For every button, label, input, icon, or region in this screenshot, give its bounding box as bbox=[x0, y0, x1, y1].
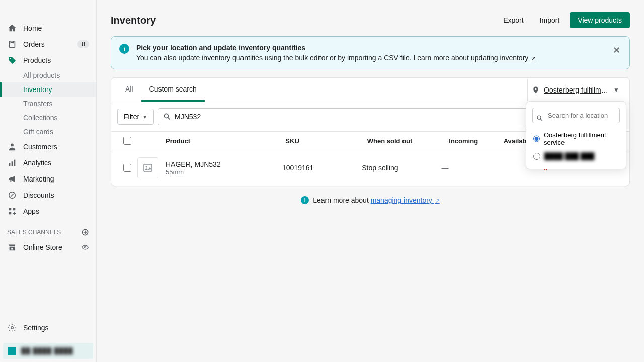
location-selector[interactable]: Oosterberg fulfillment … ▼ bbox=[527, 79, 623, 101]
location-search-input[interactable] bbox=[532, 108, 620, 123]
location-radio[interactable] bbox=[533, 153, 540, 160]
tab-custom-search[interactable]: Custom search bbox=[141, 78, 205, 102]
location-option-2[interactable]: ████ ███ ███ bbox=[532, 149, 620, 163]
inventory-card: All Custom search Oosterberg fulfillment… bbox=[111, 77, 630, 186]
nav-orders[interactable]: Orders 8 bbox=[0, 36, 96, 52]
col-sold-out[interactable]: When sold out bbox=[367, 137, 449, 145]
location-text: Oosterberg fulfillment … bbox=[544, 86, 609, 94]
nav-label: Analytics bbox=[23, 159, 51, 167]
apps-icon bbox=[7, 206, 17, 216]
orders-badge: 8 bbox=[77, 40, 89, 48]
banner-link[interactable]: updating inventory ↗ bbox=[471, 54, 536, 62]
location-radio[interactable] bbox=[533, 135, 540, 142]
select-all-checkbox[interactable] bbox=[123, 137, 131, 145]
nav-home[interactable]: Home bbox=[0, 20, 96, 36]
info-icon: i bbox=[119, 44, 129, 54]
image-placeholder-icon bbox=[137, 157, 158, 178]
add-channel-icon[interactable] bbox=[81, 228, 89, 236]
location-option-1[interactable]: Oosterberg fulfillment service bbox=[532, 128, 620, 149]
close-icon[interactable]: ✕ bbox=[612, 44, 621, 57]
nav-label: Customers bbox=[23, 143, 57, 151]
pin-icon bbox=[532, 86, 540, 94]
nav-customers[interactable]: Customers bbox=[0, 139, 96, 155]
nav-label: Apps bbox=[23, 207, 39, 215]
tab-all[interactable]: All bbox=[117, 78, 141, 102]
col-incoming[interactable]: Incoming bbox=[449, 137, 503, 145]
svg-point-11 bbox=[11, 327, 14, 329]
svg-rect-14 bbox=[144, 164, 152, 171]
banner-body: Pick your location and update inventory … bbox=[136, 44, 612, 62]
nav-primary: Home Orders 8 Products All products Inve… bbox=[0, 16, 96, 223]
subnav-gift-cards[interactable]: Gift cards bbox=[0, 125, 96, 139]
svg-rect-8 bbox=[9, 212, 12, 215]
nav-label: Orders bbox=[23, 40, 45, 48]
sold-out-cell: Stop selling bbox=[362, 164, 441, 172]
tabs-row: All Custom search Oosterberg fulfillment… bbox=[111, 78, 629, 102]
banner-title: Pick your location and update inventory … bbox=[136, 44, 612, 52]
col-sku[interactable]: SKU bbox=[285, 137, 367, 145]
export-button[interactable]: Export bbox=[497, 12, 529, 28]
nav-discounts[interactable]: Discounts bbox=[0, 187, 96, 203]
svg-rect-6 bbox=[9, 208, 12, 211]
svg-point-10 bbox=[84, 246, 86, 248]
svg-point-12 bbox=[537, 116, 541, 119]
nav-label: Settings bbox=[23, 324, 49, 332]
nav-settings[interactable]: Settings bbox=[0, 320, 96, 336]
svg-rect-4 bbox=[14, 160, 16, 166]
row-checkbox[interactable] bbox=[123, 164, 131, 172]
nav-label: Marketing bbox=[23, 175, 54, 183]
sku-cell: 10019161 bbox=[282, 164, 362, 172]
nav-channels: Online Store bbox=[0, 239, 96, 259]
gear-icon bbox=[7, 323, 17, 333]
nav-analytics[interactable]: Analytics bbox=[0, 155, 96, 171]
svg-point-1 bbox=[11, 144, 14, 147]
nav-products-sub: All products Inventory Transfers Collect… bbox=[0, 68, 96, 139]
search-icon bbox=[536, 115, 543, 122]
external-icon: ↗ bbox=[435, 198, 440, 204]
banner-text: You can also update inventory quantities… bbox=[136, 54, 612, 62]
tag-icon bbox=[7, 55, 17, 65]
chevron-down-icon: ▼ bbox=[142, 114, 147, 120]
search-input[interactable] bbox=[158, 108, 565, 125]
filter-button[interactable]: Filter ▼ bbox=[117, 109, 154, 125]
incoming-cell: — bbox=[441, 164, 494, 172]
megaphone-icon bbox=[7, 174, 17, 184]
sidebar: Home Orders 8 Products All products Inve… bbox=[0, 0, 97, 362]
col-product[interactable]: Product bbox=[166, 137, 285, 145]
subnav-all-products[interactable]: All products bbox=[0, 68, 96, 82]
subnav-collections[interactable]: Collections bbox=[0, 111, 96, 125]
import-button[interactable]: Import bbox=[534, 12, 566, 28]
svg-rect-3 bbox=[12, 161, 13, 166]
product-name: HAGER, MJN532 bbox=[166, 160, 282, 168]
subnav-transfers[interactable]: Transfers bbox=[0, 97, 96, 111]
eye-icon[interactable] bbox=[81, 243, 89, 251]
svg-point-13 bbox=[164, 114, 168, 118]
footer-help: i Learn more about managing inventory ↗ bbox=[111, 186, 630, 214]
store-name: ██ ████ ████ bbox=[21, 347, 73, 354]
nav-apps[interactable]: Apps bbox=[0, 203, 96, 219]
sidebar-bottom: Settings ██ ████ ████ bbox=[0, 316, 96, 362]
nav-label: Products bbox=[23, 56, 51, 64]
location-popover: Oosterberg fulfillment service ████ ███ … bbox=[526, 101, 626, 169]
subnav-inventory[interactable]: Inventory bbox=[0, 82, 96, 97]
nav-marketing[interactable]: Marketing bbox=[0, 171, 96, 187]
svg-rect-7 bbox=[13, 208, 16, 211]
info-icon: i bbox=[301, 196, 309, 204]
search-wrap bbox=[158, 108, 565, 125]
footer-link[interactable]: managing inventory ↗ bbox=[371, 196, 440, 204]
analytics-icon bbox=[7, 158, 17, 168]
nav-online-store[interactable]: Online Store bbox=[0, 239, 96, 255]
person-icon bbox=[7, 142, 17, 152]
nav-label: Online Store bbox=[23, 243, 62, 251]
store-logo bbox=[8, 347, 16, 355]
store-badge[interactable]: ██ ████ ████ bbox=[3, 343, 93, 359]
header-actions: Export Import View products bbox=[497, 12, 630, 28]
home-icon bbox=[7, 23, 17, 33]
chevron-down-icon: ▼ bbox=[613, 86, 619, 94]
info-banner: i Pick your location and update inventor… bbox=[111, 36, 630, 69]
product-cell: HAGER, MJN532 55mm bbox=[166, 160, 282, 176]
page-title: Inventory bbox=[111, 15, 156, 26]
store-icon bbox=[7, 242, 17, 252]
nav-products[interactable]: Products bbox=[0, 52, 96, 68]
view-products-button[interactable]: View products bbox=[570, 12, 630, 28]
